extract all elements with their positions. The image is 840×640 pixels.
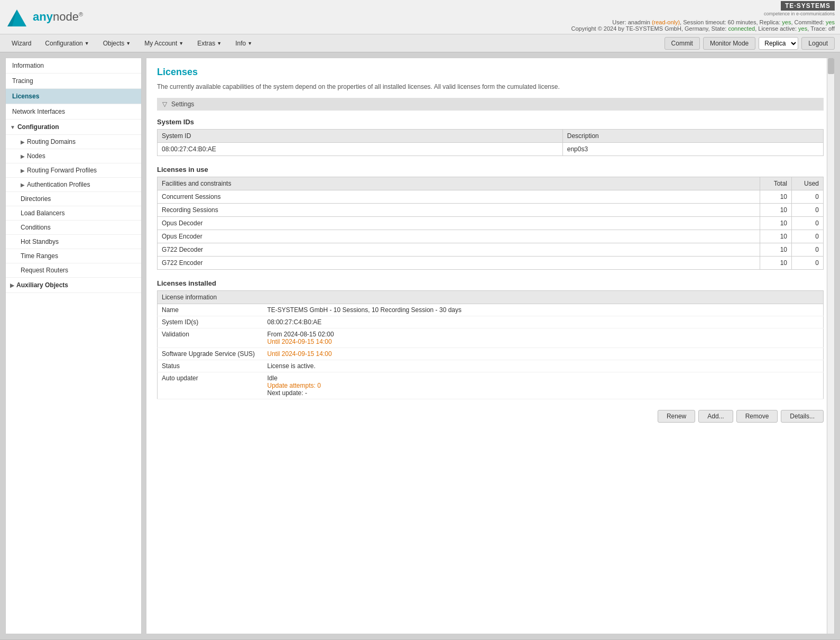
time-ranges-label: Time Ranges	[21, 252, 58, 260]
routing-domains-expand-icon: ▶	[21, 139, 25, 145]
logo-area: anynode®	[5, 5, 83, 29]
license-status-label: Status	[158, 360, 263, 372]
scrollbar-thumb[interactable]	[828, 58, 834, 74]
monitor-mode-button[interactable]: Monitor Mode	[703, 37, 755, 50]
replica-select[interactable]: Replica	[759, 37, 798, 50]
logo-reg: ®	[79, 11, 83, 17]
myaccount-arrow: ▼	[179, 41, 183, 46]
license-autoupdater-row: Auto updater Idle Update attempts: 0 Nex…	[158, 372, 824, 399]
details-button[interactable]: Details...	[781, 410, 824, 423]
routing-forward-profiles-label: Routing Forward Profiles	[27, 167, 97, 174]
used-cell: 0	[792, 257, 824, 270]
configuration-arrow: ▼	[85, 41, 89, 46]
license-validation-row: Validation From 2024-08-15 02:00 Until 2…	[158, 328, 824, 348]
nodes-expand-icon: ▶	[21, 153, 25, 159]
nav-wizard[interactable]: Wizard	[5, 36, 38, 50]
license-validation-label: Validation	[158, 328, 263, 348]
used-cell: 0	[792, 204, 824, 217]
remove-button[interactable]: Remove	[736, 410, 778, 423]
username: anadmin	[628, 19, 650, 25]
facility-cell: Opus Decoder	[158, 217, 760, 230]
license-update-attempts: Update attempts: 0	[267, 382, 819, 389]
total-cell: 10	[760, 230, 792, 243]
total-col-header: Total	[760, 177, 792, 190]
sidebar-section-configuration[interactable]: ▼ Configuration	[6, 120, 141, 135]
replica-value: yes	[782, 19, 791, 25]
nav-objects[interactable]: Objects▼	[97, 36, 137, 50]
license-action-buttons: Renew Add... Remove Details...	[157, 406, 824, 425]
commit-button[interactable]: Commit	[664, 37, 700, 50]
nav-myaccount[interactable]: My Account▼	[138, 36, 190, 50]
sidebar-sub-routing-forward-profiles[interactable]: ▶ Routing Forward Profiles	[6, 163, 141, 178]
sidebar-sub-authentication-profiles[interactable]: ▶ Authentication Profiles	[6, 178, 141, 192]
total-cell: 10	[760, 217, 792, 230]
total-cell: 10	[760, 257, 792, 270]
state-value: connected	[728, 25, 755, 32]
nav-left: Wizard Configuration▼ Objects▼ My Accoun…	[5, 36, 259, 50]
auxiliary-objects-label: Auxiliary Objects	[16, 281, 68, 289]
nav-info[interactable]: Info▼	[229, 36, 259, 50]
topbar: anynode® TE·SYSTEMS competence in e-comm…	[0, 0, 840, 34]
facility-cell: Concurrent Sessions	[158, 190, 760, 204]
table-row: Concurrent Sessions100	[158, 190, 824, 204]
sidebar-sub-nodes[interactable]: ▶ Nodes	[6, 149, 141, 163]
license-system-id-label: System ID(s)	[158, 316, 263, 328]
auth-profiles-label: Authentication Profiles	[27, 181, 90, 188]
logout-button[interactable]: Logout	[801, 37, 835, 50]
directories-label: Directories	[21, 195, 51, 203]
sidebar-sub-routing-domains[interactable]: ▶ Routing Domains	[6, 135, 141, 149]
license-sus-value: Until 2024-09-15 14:00	[263, 348, 824, 360]
total-cell: 10	[760, 204, 792, 217]
sidebar-sub-request-routers[interactable]: Request Routers	[6, 263, 141, 278]
user-session-info: TE·SYSTEMS competence in e-communication…	[571, 2, 835, 32]
committed-value: yes	[826, 19, 835, 25]
info-arrow: ▼	[247, 41, 252, 46]
user-line2: Copyright © 2024 by TE-SYSTEMS GmbH, Ger…	[571, 25, 835, 32]
scrollbar-track[interactable]	[827, 58, 834, 634]
auth-profiles-expand-icon: ▶	[21, 182, 25, 188]
sidebar-sub-time-ranges[interactable]: Time Ranges	[6, 249, 141, 263]
logo-wordmark: anynode®	[33, 10, 83, 24]
license-sus-label: Software Upgrade Service (SUS)	[158, 348, 263, 360]
routing-domains-label: Routing Domains	[27, 138, 76, 145]
conditions-label: Conditions	[21, 224, 51, 231]
auxiliary-objects-expand-icon: ▶	[10, 282, 14, 288]
user-line1: User: anadmin (read-only), Session timeo…	[571, 19, 835, 25]
licenses-installed-table: License information Name TE-SYSTEMS GmbH…	[157, 290, 824, 399]
license-info-header-row: License information	[158, 291, 824, 304]
facility-cell: Recording Sessions	[158, 204, 760, 217]
facilities-col-header: Facilities and constraints	[158, 177, 760, 190]
content-inner: Licenses The currently available capabil…	[146, 58, 834, 433]
logo-node: node	[53, 10, 79, 23]
system-id-cell: 08:00:27:C4:B0:AE	[158, 143, 563, 156]
sidebar-sub-hot-standbys[interactable]: Hot Standbys	[6, 235, 141, 249]
license-active-value: yes	[798, 25, 807, 32]
sidebar-sub-conditions[interactable]: Conditions	[6, 221, 141, 235]
license-validation-until: Until 2024-09-15 14:00	[267, 338, 819, 345]
license-info-header-cell: License information	[158, 291, 824, 304]
sidebar-sub-directories[interactable]: Directories	[6, 192, 141, 206]
table-row: 08:00:27:C4:B0:AE enp0s3	[158, 143, 824, 156]
sidebar-sub-load-balancers[interactable]: Load Balancers	[6, 206, 141, 221]
sidebar-section-auxiliary-objects[interactable]: ▶ Auxiliary Objects	[6, 278, 141, 293]
navbar: Wizard Configuration▼ Objects▼ My Accoun…	[0, 34, 840, 52]
license-system-id-row: System ID(s) 08:00:27:C4:B0:AE	[158, 316, 824, 328]
license-next-update: Next update: -	[267, 389, 819, 397]
objects-arrow: ▼	[126, 41, 131, 46]
nav-configuration[interactable]: Configuration▼	[39, 36, 95, 50]
licenses-in-use-heading: Licenses in use	[157, 166, 824, 173]
sidebar-item-tracing[interactable]: Tracing	[6, 74, 141, 89]
renew-button[interactable]: Renew	[658, 410, 695, 423]
nav-extras[interactable]: Extras▼	[191, 36, 228, 50]
load-balancers-label: Load Balancers	[21, 209, 64, 217]
sidebar-item-network-interfaces[interactable]: Network Interfaces	[6, 104, 141, 120]
sidebar-item-licenses[interactable]: Licenses	[6, 89, 141, 104]
logo-any: any	[33, 10, 53, 23]
configuration-label: Configuration	[17, 123, 59, 131]
sidebar-item-information[interactable]: Information	[6, 58, 141, 74]
add-button[interactable]: Add...	[698, 410, 733, 423]
system-ids-heading: System IDs	[157, 118, 824, 126]
licenses-installed-heading: Licenses installed	[157, 279, 824, 287]
table-row: G722 Decoder100	[158, 243, 824, 257]
table-row: Opus Decoder100	[158, 217, 824, 230]
